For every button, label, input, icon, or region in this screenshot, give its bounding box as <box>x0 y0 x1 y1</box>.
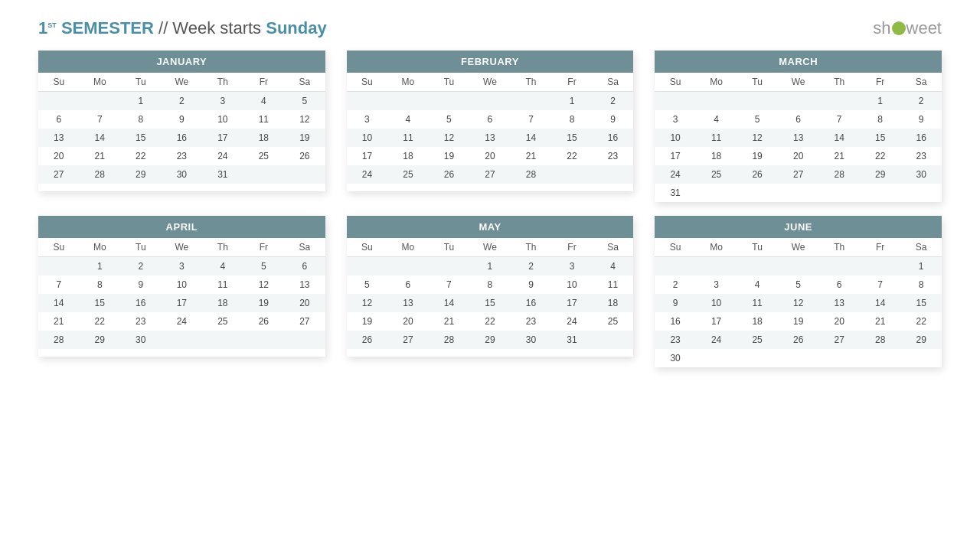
day-cell <box>80 184 121 191</box>
subtitle-sunday: Sunday <box>266 18 326 37</box>
day-cell: 10 <box>347 129 388 147</box>
day-cell: 14 <box>511 129 552 147</box>
day-cell <box>120 349 162 357</box>
day-cell: 2 <box>900 92 942 111</box>
semester-label: 1ST SEMESTER <box>38 18 154 37</box>
day-cell: 24 <box>347 165 388 184</box>
day-cell: 19 <box>284 129 325 147</box>
day-cell: 7 <box>818 110 860 129</box>
day-cell <box>900 349 942 367</box>
day-cell <box>202 331 243 349</box>
day-cell <box>243 165 285 184</box>
day-cell: 20 <box>469 147 511 165</box>
day-cell <box>593 184 634 191</box>
day-cell <box>593 331 634 349</box>
day-cell: 2 <box>511 257 552 276</box>
day-cell <box>818 184 860 202</box>
day-cell <box>429 92 470 111</box>
dow-label: We <box>469 238 511 257</box>
day-cell <box>860 257 901 276</box>
day-cell <box>243 349 285 357</box>
day-cell: 5 <box>243 257 285 276</box>
dow-label: Sa <box>900 73 942 92</box>
dow-label: Su <box>655 238 696 257</box>
day-cell: 27 <box>778 165 819 184</box>
day-cell: 22 <box>80 312 121 331</box>
day-cell: 12 <box>243 276 285 294</box>
day-cell: 12 <box>284 110 325 129</box>
month-name: JANUARY <box>38 51 325 73</box>
day-cell: 10 <box>162 276 203 294</box>
day-cell: 16 <box>593 129 634 147</box>
day-cell <box>593 349 634 357</box>
day-cell: 16 <box>900 129 942 147</box>
day-cell <box>429 349 470 357</box>
day-cell: 3 <box>696 276 737 294</box>
dow-label: Sa <box>284 238 325 257</box>
day-cell: 30 <box>120 331 162 349</box>
dow-label: We <box>162 238 203 257</box>
calendar-june: JUNESuMoTuWeThFrSa1234567891011121314151… <box>655 216 942 367</box>
day-cell: 21 <box>80 147 121 165</box>
day-cell: 4 <box>737 276 778 294</box>
day-cell: 27 <box>387 331 429 349</box>
day-cell: 28 <box>38 331 80 349</box>
dow-label: We <box>162 73 203 92</box>
day-cell <box>387 257 429 276</box>
dow-label: Tu <box>737 238 778 257</box>
day-cell: 18 <box>202 294 243 312</box>
day-cell <box>551 349 593 357</box>
day-cell: 21 <box>429 312 470 331</box>
month-table-may: MAYSuMoTuWeThFrSa12345678910111213141516… <box>347 216 634 357</box>
day-cell: 13 <box>778 129 819 147</box>
day-cell: 8 <box>900 276 942 294</box>
day-cell: 30 <box>162 165 203 184</box>
day-cell <box>347 184 388 191</box>
dow-label: Th <box>511 73 552 92</box>
day-cell <box>860 184 901 202</box>
calendar-january: JANUARYSuMoTuWeThFrSa1234567891011121314… <box>38 51 325 202</box>
day-cell: 31 <box>202 165 243 184</box>
month-name: MARCH <box>655 51 942 73</box>
day-cell: 4 <box>202 257 243 276</box>
day-cell: 2 <box>655 276 696 294</box>
dow-label: Tu <box>429 238 470 257</box>
day-cell: 17 <box>655 147 696 165</box>
day-cell: 15 <box>469 294 511 312</box>
dow-label: Sa <box>593 73 634 92</box>
day-cell: 10 <box>551 276 593 294</box>
dow-label: Su <box>38 238 80 257</box>
day-cell <box>284 184 325 191</box>
day-cell: 17 <box>202 129 243 147</box>
dow-label: Fr <box>243 73 285 92</box>
day-cell: 29 <box>469 331 511 349</box>
day-cell: 16 <box>655 312 696 331</box>
day-cell: 18 <box>243 129 285 147</box>
day-cell: 26 <box>737 165 778 184</box>
day-cell: 26 <box>429 165 470 184</box>
day-cell: 1 <box>860 92 901 111</box>
day-cell <box>860 349 901 367</box>
dow-label: We <box>778 238 819 257</box>
day-cell: 10 <box>655 129 696 147</box>
day-cell: 6 <box>387 276 429 294</box>
day-cell <box>347 349 388 357</box>
day-cell <box>511 92 552 111</box>
day-cell <box>818 349 860 367</box>
day-cell: 2 <box>593 92 634 111</box>
day-cell: 3 <box>551 257 593 276</box>
dow-label: Fr <box>860 73 901 92</box>
logo: shweet <box>873 18 942 38</box>
day-cell: 20 <box>284 294 325 312</box>
day-cell <box>347 257 388 276</box>
day-cell: 4 <box>696 110 737 129</box>
day-cell: 19 <box>347 312 388 331</box>
day-cell: 9 <box>120 276 162 294</box>
day-cell: 30 <box>900 165 942 184</box>
day-cell: 24 <box>655 165 696 184</box>
day-cell: 24 <box>551 312 593 331</box>
day-cell: 11 <box>387 129 429 147</box>
day-cell: 1 <box>551 92 593 111</box>
day-cell: 28 <box>860 331 901 349</box>
dow-label: Sa <box>284 73 325 92</box>
